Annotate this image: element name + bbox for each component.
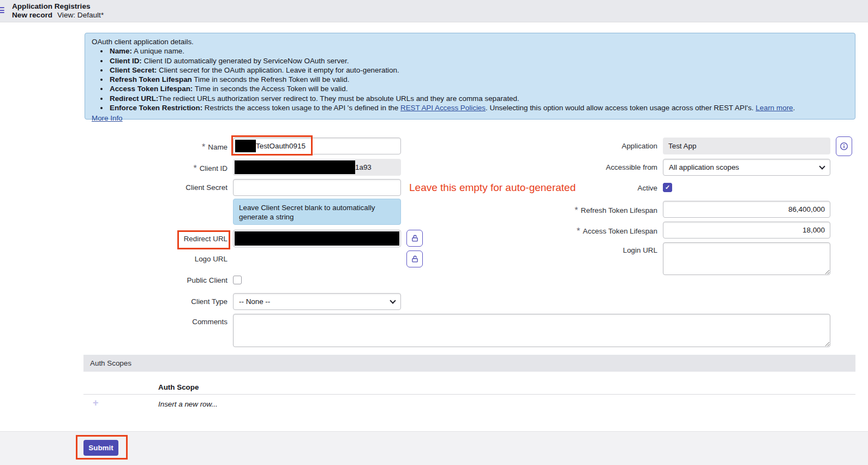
auth-scope-column-header: Auth Scope [158, 383, 199, 391]
chevron-down-icon [390, 297, 396, 303]
client-id-label: *Client ID [131, 163, 228, 173]
client-id-field: 1a93 [233, 159, 401, 176]
application-field: Test App [663, 138, 830, 154]
form-header-bar: Application Registries New recordView: D… [0, 0, 868, 22]
required-marker: * [202, 142, 205, 152]
table-divider [83, 394, 855, 395]
more-info-link[interactable]: More Info [92, 114, 123, 123]
public-client-label: Public Client [131, 276, 228, 284]
required-marker: * [574, 206, 578, 215]
unlocked-padlock-icon [411, 234, 419, 242]
logo-url-label: Logo URL [131, 255, 228, 263]
page-title: Application Registries [12, 2, 91, 10]
login-url-label: Login URL [556, 246, 657, 254]
info-bullet-list: Name: A unique name. Client ID: Client I… [109, 46, 848, 112]
access-token-lifespan-input[interactable]: 18,000 [663, 222, 830, 239]
learn-more-link[interactable]: Learn more [756, 104, 793, 112]
auth-scopes-section-header: Auth Scopes [83, 355, 855, 372]
public-client-checkbox[interactable] [233, 276, 242, 284]
info-bullet-client-id: Client ID: Client ID automatically gener… [109, 56, 848, 65]
client-secret-label: Client Secret [131, 183, 228, 192]
client-type-label: Client Type [131, 297, 228, 306]
comments-label: Comments [131, 318, 228, 326]
record-subtitle: New recordView: Default* [12, 11, 104, 19]
redirect-url-label: Redirect URL [131, 235, 228, 243]
info-intro: OAuth client application details. [92, 37, 848, 46]
auth-scopes-title: Auth Scopes [90, 359, 131, 367]
info-bullet-refresh-token: Refresh Token Lifespan Time in seconds t… [109, 75, 848, 84]
active-label: Active [556, 184, 657, 192]
unlocked-padlock-icon [411, 255, 419, 263]
info-icon [840, 142, 848, 151]
info-bullet-redirect-url: Redirect URL:The rediect URLs authorizat… [109, 94, 848, 103]
form-footer-bar [0, 431, 868, 465]
info-bullet-enforce-token: Enforce Token Restriction: Restricts the… [109, 103, 848, 112]
submit-button[interactable]: Submit [83, 440, 118, 456]
redirect-url-redaction [235, 231, 399, 246]
application-label: Application [556, 142, 657, 150]
info-bullet-client-secret: Client Secret: Client secret for the OAu… [109, 65, 848, 75]
info-bullet-access-token: Access Token Lifespan: Time in seconds t… [109, 84, 848, 93]
application-registry-form-page: Application Registries New recordView: D… [0, 0, 868, 465]
name-input[interactable]: TestOauth0915 [233, 138, 401, 154]
view-label: View: Default* [57, 11, 104, 19]
refresh-token-lifespan-input[interactable]: 86,400,000 [663, 201, 830, 218]
info-bullet-name: Name: A unique name. [109, 46, 848, 56]
active-checkbox[interactable]: ✓ [663, 183, 672, 192]
insert-row-plus-icon[interactable]: + [93, 397, 99, 409]
redirect-url-unlock-button[interactable] [406, 230, 423, 247]
application-info-button[interactable] [836, 136, 852, 156]
oauth-info-message: OAuth client application details. Name: … [85, 33, 855, 120]
redirect-url-input[interactable] [233, 230, 401, 247]
name-label: *Name [131, 142, 228, 152]
required-marker: * [577, 226, 580, 236]
comments-textarea[interactable] [233, 314, 830, 347]
logo-url-unlock-button[interactable] [406, 251, 423, 267]
name-redaction [235, 140, 256, 152]
access-token-lifespan-label: *Access Token Lifespan [556, 226, 657, 236]
accessible-from-label: Accessible from [556, 163, 657, 171]
rest-api-access-policies-link[interactable]: REST API Access Policies [400, 104, 486, 112]
refresh-token-lifespan-label: *Refresh Token Lifespan [556, 205, 657, 215]
client-id-visible-suffix: 1a93 [355, 163, 372, 171]
name-value: TestOauth0915 [256, 142, 306, 150]
login-url-textarea[interactable] [663, 242, 830, 275]
accessible-from-selected-value: All application scopes [669, 163, 739, 171]
context-menu-icon[interactable] [0, 7, 4, 14]
client-secret-annotation-note: Leave this empty for auto-generated [409, 182, 576, 194]
client-type-selected-value: -- None -- [239, 297, 270, 306]
chevron-down-icon [819, 163, 825, 169]
insert-new-row-cell[interactable]: Insert a new row... [158, 400, 218, 408]
record-state-label: New record [12, 11, 52, 19]
accessible-from-select[interactable]: All application scopes [663, 159, 830, 176]
client-id-redaction [235, 160, 355, 174]
required-marker: * [193, 164, 196, 173]
client-type-select[interactable]: -- None -- [233, 293, 401, 310]
checkmark-icon: ✓ [665, 184, 670, 191]
client-secret-input[interactable] [233, 179, 401, 196]
client-secret-hint: Leave Client Secret blank to automatical… [233, 199, 401, 225]
